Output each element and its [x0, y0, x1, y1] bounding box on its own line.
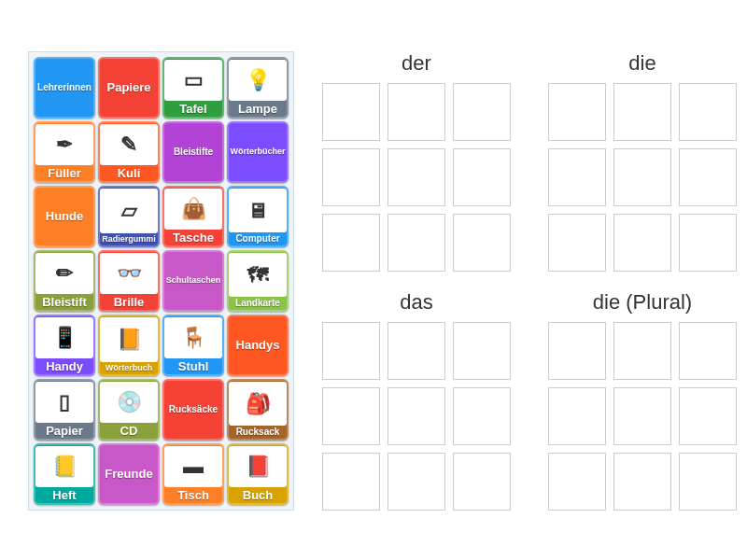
drop-slot[interactable] [613, 83, 671, 141]
tile-stuhl[interactable]: 🪑Stuhl [162, 315, 224, 376]
tile-handys[interactable]: Handys [227, 315, 289, 376]
tile-image-icon: 📱 [35, 317, 93, 358]
drop-slot[interactable] [679, 387, 737, 445]
drop-slot[interactable] [453, 453, 511, 511]
tile-label: Tafel [179, 103, 206, 115]
drop-slot[interactable] [679, 453, 737, 511]
tile-label: Rucksäcke [169, 405, 218, 414]
tile-handy[interactable]: 📱Handy [34, 315, 95, 376]
drop-slot[interactable] [388, 387, 445, 445]
tile-label: Tasche [173, 231, 214, 244]
drop-slot[interactable] [388, 453, 445, 511]
tile-papiere[interactable]: Papiere [98, 57, 160, 119]
tile-landkarte[interactable]: 🗺Landkarte [227, 250, 289, 312]
drop-slot[interactable] [613, 322, 671, 380]
tile-image-icon: 🗺 [229, 253, 287, 297]
tile-wörterbuch[interactable]: 📙Wörterbuch [98, 315, 160, 376]
drop-slot[interactable] [613, 148, 671, 206]
tile-image-icon: 💡 [229, 60, 287, 101]
target-panels: derdiedasdie (Plural) [322, 51, 737, 511]
tile-tasche[interactable]: 👜Tasche [162, 186, 224, 247]
drop-slot[interactable] [453, 322, 511, 380]
tile-image-icon: 🖥 [229, 189, 287, 232]
drop-slot[interactable] [453, 214, 511, 272]
tile-heft[interactable]: 📒Heft [34, 443, 95, 505]
drop-slot[interactable] [322, 387, 380, 445]
tile-tisch[interactable]: ▬Tisch [162, 443, 224, 505]
tile-schultaschen[interactable]: Schultaschen [162, 250, 224, 312]
drop-slot[interactable] [548, 83, 606, 141]
drop-slot[interactable] [548, 453, 606, 511]
tile-rucksäcke[interactable]: Rucksäcke [162, 379, 224, 441]
tile-image-icon: 👓 [100, 253, 158, 294]
tile-image-icon: ▯ [35, 382, 93, 423]
tile-hunde[interactable]: Hunde [34, 186, 95, 247]
tile-rucksack[interactable]: 🎒Rucksack [227, 379, 289, 441]
tile-label: Handy [46, 360, 83, 372]
tile-papier[interactable]: ▯Papier [34, 379, 95, 441]
drop-slot[interactable] [322, 322, 380, 380]
drop-slot[interactable] [548, 214, 606, 272]
tile-image-icon: 🎒 [229, 382, 287, 426]
tile-image-icon: ▭ [164, 60, 222, 101]
drop-slot[interactable] [613, 214, 671, 272]
drop-slot[interactable] [453, 83, 511, 141]
drop-slot[interactable] [548, 387, 606, 445]
tile-radiergummi[interactable]: ▱Radiergummi [98, 186, 160, 247]
drop-slot[interactable] [322, 214, 380, 272]
tile-brille[interactable]: 👓Brille [98, 250, 160, 312]
drop-slot[interactable] [322, 453, 380, 511]
drop-slot[interactable] [322, 83, 380, 141]
target-slots [322, 322, 511, 511]
drop-slot[interactable] [388, 148, 445, 206]
drop-slot[interactable] [453, 148, 511, 206]
tile-image-icon: ▱ [100, 189, 158, 233]
target-group-der: der [322, 51, 511, 272]
drop-slot[interactable] [613, 453, 671, 511]
tile-label: Papier [46, 425, 83, 437]
tile-label: Schultaschen [166, 276, 221, 285]
target-group-die: die [548, 51, 737, 272]
tile-füller[interactable]: ✒Füller [34, 121, 95, 183]
drop-slot[interactable] [388, 214, 445, 272]
tile-label: Heft [52, 489, 76, 501]
drop-slot[interactable] [613, 387, 671, 445]
tile-lampe[interactable]: 💡Lampe [227, 57, 289, 119]
tile-label: Wörterbücher [230, 147, 285, 156]
drop-slot[interactable] [322, 148, 380, 206]
target-slots [548, 83, 737, 272]
source-panel: LehrerinnenPapiere▭Tafel💡Lampe✒Füller✎Ku… [28, 51, 294, 511]
tile-label: Rucksack [236, 427, 280, 437]
tile-freunde[interactable]: Freunde [98, 443, 160, 505]
tile-lehrerinnen[interactable]: Lehrerinnen [34, 57, 95, 119]
drop-slot[interactable] [453, 387, 511, 445]
drop-slot[interactable] [679, 214, 737, 272]
tile-label: Tisch [177, 489, 209, 501]
tile-image-icon: ✎ [100, 124, 158, 165]
tile-wörterbücher[interactable]: Wörterbücher [227, 121, 289, 183]
tile-bleistifte[interactable]: Bleistifte [162, 121, 224, 183]
tile-tafel[interactable]: ▭Tafel [162, 57, 224, 119]
target-group-dieplural: die (Plural) [548, 290, 737, 511]
target-slots [548, 322, 737, 511]
tile-image-icon: 🪑 [164, 317, 222, 358]
drop-slot[interactable] [548, 322, 606, 380]
target-slots [322, 83, 511, 272]
drop-slot[interactable] [548, 148, 606, 206]
tile-label: Papiere [107, 81, 151, 93]
target-group-das: das [322, 290, 511, 511]
tile-buch[interactable]: 📕Buch [227, 443, 289, 505]
tile-label: Brille [114, 296, 145, 308]
drop-slot[interactable] [388, 83, 445, 141]
drop-slot[interactable] [679, 83, 737, 141]
drop-slot[interactable] [388, 322, 445, 380]
tile-cd[interactable]: 💿CD [98, 379, 160, 441]
tile-image-icon: ✏ [35, 253, 93, 294]
tile-image-icon: 📙 [100, 317, 158, 362]
tile-kuli[interactable]: ✎Kuli [98, 121, 160, 183]
tile-bleistift[interactable]: ✏Bleistift [34, 250, 95, 312]
drop-slot[interactable] [679, 322, 737, 380]
drop-slot[interactable] [679, 148, 737, 206]
tile-computer[interactable]: 🖥Computer [227, 186, 289, 247]
tile-image-icon: 👜 [164, 189, 222, 230]
